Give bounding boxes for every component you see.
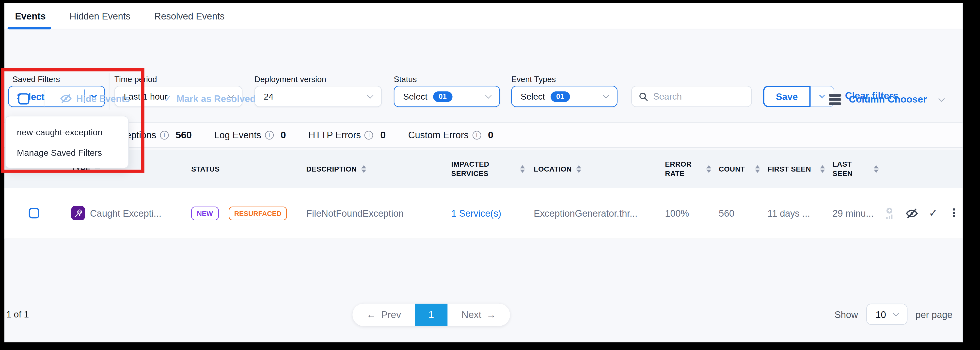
chevron-down-icon: [939, 95, 945, 102]
arrow-left-icon: ←: [366, 309, 376, 321]
add-to-dashboard-icon[interactable]: [884, 207, 895, 219]
status-badge-new: NEW: [191, 206, 218, 220]
menu-item-manage-saved-filters[interactable]: Manage Saved Filters: [6, 142, 128, 163]
stat-value: 0: [488, 129, 493, 141]
sort-icon[interactable]: [576, 165, 581, 173]
row-checkbox-cell: [5, 208, 65, 218]
tab-events[interactable]: Events: [14, 3, 47, 29]
screenshot-frame: Events Hidden Events Resolved Events Sav…: [0, 0, 980, 350]
chevron-down-icon: [892, 310, 899, 316]
stat-custom-errors: Custom Errors i 0: [408, 129, 493, 141]
caught-exception-icon: [72, 206, 85, 221]
mark-resolved-button[interactable]: ✓ Mark as Resolved: [164, 93, 256, 104]
row-count-cell: 560: [713, 208, 761, 218]
sort-icon[interactable]: [820, 165, 825, 173]
impacted-services-link[interactable]: 1 Service(s): [451, 208, 501, 218]
hide-events-button[interactable]: Hide Events: [60, 93, 130, 104]
column-header-impacted-services[interactable]: IMPACTED SERVICES: [445, 160, 527, 179]
info-icon[interactable]: i: [160, 130, 169, 139]
tab-bar: Events Hidden Events Resolved Events: [5, 3, 963, 30]
row-last-seen: 29 minu...: [833, 208, 874, 218]
column-header-count[interactable]: COUNT: [713, 165, 761, 174]
resolve-icon[interactable]: ✓: [929, 206, 938, 220]
sort-icon[interactable]: [520, 165, 525, 173]
pagination: ← Prev 1 Next →: [352, 304, 510, 326]
table-row[interactable]: Caught Excepti... NEW RESURFACED FileNot…: [5, 188, 963, 239]
stat-label: Custom Errors: [408, 129, 469, 140]
time-period-label: Time period: [115, 74, 157, 84]
filter-bar: Saved Filters Select Time period Last 1 …: [5, 29, 963, 92]
per-page-label: per page: [916, 309, 953, 320]
column-header-description[interactable]: DESCRIPTION: [300, 165, 445, 174]
row-error-rate-cell: 100%: [659, 208, 713, 218]
column-label: ERROR RATE: [665, 160, 691, 179]
column-label: COUNT: [719, 165, 745, 174]
check-icon: ✓: [164, 93, 172, 104]
column-header-error-rate[interactable]: ERROR RATE: [659, 160, 713, 179]
column-header-location[interactable]: LOCATION: [527, 165, 659, 174]
column-label: FIRST SEEN: [768, 165, 811, 174]
action-divider: [44, 90, 45, 108]
next-page-button[interactable]: Next →: [447, 309, 510, 321]
eye-slash-icon: [60, 93, 72, 104]
column-label: STATUS: [191, 165, 220, 174]
deployment-version-label: Deployment version: [255, 74, 326, 84]
select-all-checkbox[interactable]: [18, 93, 30, 104]
column-chooser-button[interactable]: Column Chooser: [829, 94, 944, 105]
mark-resolved-label: Mark as Resolved: [177, 93, 256, 104]
column-label: LAST SEEN: [833, 160, 870, 179]
saved-filters-label: Saved Filters: [13, 74, 60, 84]
hamburger-icon: [829, 98, 842, 101]
saved-filters-menu: new-caught-exception Manage Saved Filter…: [5, 116, 129, 168]
events-panel: Events Hidden Events Resolved Events Sav…: [5, 3, 963, 342]
status-badge-resurfaced: RESURFACED: [229, 206, 287, 220]
page-summary: 1 of 1: [6, 309, 29, 320]
hide-event-icon[interactable]: [906, 207, 918, 219]
stat-label: HTTP Errors: [309, 129, 361, 140]
active-tab-indicator: [7, 27, 51, 29]
show-label: Show: [835, 309, 858, 320]
info-icon[interactable]: i: [472, 130, 481, 139]
page-size-value: 10: [876, 309, 886, 320]
row-location: ExceptionGenerator.thr...: [534, 208, 637, 218]
row-actions-cell: ✓ ⋮: [880, 206, 963, 220]
next-label: Next: [461, 309, 481, 321]
stat-http-errors: HTTP Errors i 0: [309, 129, 386, 141]
tab-hidden-events[interactable]: Hidden Events: [68, 3, 132, 29]
column-header-first-seen[interactable]: FIRST SEEN: [761, 165, 826, 174]
event-stats-bar: Total Events 560 Exceptions i 560 Log Ev…: [5, 122, 963, 148]
current-page-button[interactable]: 1: [415, 304, 447, 326]
sort-icon[interactable]: [361, 165, 366, 173]
tab-resolved-events[interactable]: Resolved Events: [153, 3, 226, 29]
status-label: Status: [394, 74, 417, 84]
page-size-select[interactable]: 10: [866, 304, 907, 325]
column-label: IMPACTED SERVICES: [451, 160, 496, 179]
column-chooser-label: Column Chooser: [849, 94, 927, 105]
hide-events-label: Hide Events: [76, 93, 130, 104]
row-impacted-services-cell: 1 Service(s): [445, 208, 527, 218]
row-location-cell: ExceptionGenerator.thr...: [527, 208, 659, 218]
table-header: TYPE STATUS DESCRIPTION IMPACTED SERVICE…: [5, 150, 963, 188]
kebab-menu-icon[interactable]: ⋮: [948, 210, 959, 216]
info-icon[interactable]: i: [265, 130, 274, 139]
column-header-status[interactable]: STATUS: [185, 165, 300, 174]
row-checkbox[interactable]: [29, 208, 40, 218]
row-description: FileNotFoundException: [306, 208, 404, 218]
row-description-cell: FileNotFoundException: [300, 208, 445, 218]
prev-page-button[interactable]: ← Prev: [352, 309, 415, 321]
row-first-seen-cell: 11 days ...: [761, 208, 826, 218]
menu-item-saved-filter[interactable]: new-caught-exception: [6, 121, 128, 142]
prev-label: Prev: [381, 309, 401, 321]
row-type-cell: Caught Excepti...: [65, 206, 185, 221]
page-size-control: Show 10 per page: [835, 304, 953, 325]
stat-value: 0: [380, 129, 386, 141]
event-types-label: Event Types: [511, 74, 556, 84]
info-icon[interactable]: i: [365, 130, 374, 139]
column-label: DESCRIPTION: [306, 165, 356, 174]
column-header-last-seen[interactable]: LAST SEEN: [826, 160, 880, 179]
sort-icon[interactable]: [755, 165, 760, 173]
sort-icon[interactable]: [706, 165, 711, 173]
column-label: LOCATION: [534, 165, 572, 174]
sort-icon[interactable]: [874, 165, 878, 173]
stat-log-events: Log Events i 0: [214, 129, 286, 141]
